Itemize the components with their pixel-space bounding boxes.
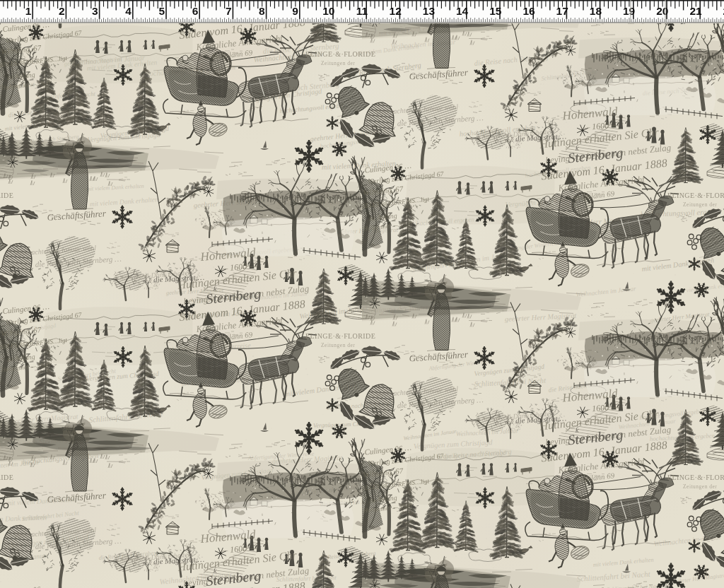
svg-text:3: 3 <box>92 5 98 17</box>
svg-text:12: 12 <box>390 5 402 17</box>
svg-text:17: 17 <box>556 5 568 17</box>
svg-text:1: 1 <box>25 5 32 17</box>
svg-text:18: 18 <box>590 5 602 17</box>
svg-text:14: 14 <box>456 5 469 17</box>
svg-text:8: 8 <box>259 5 265 17</box>
svg-text:19: 19 <box>623 5 636 17</box>
svg-text:21: 21 <box>689 5 702 17</box>
svg-text:13: 13 <box>423 5 436 17</box>
svg-text:16: 16 <box>522 5 535 17</box>
svg-text:5: 5 <box>158 5 165 17</box>
svg-text:10: 10 <box>322 5 334 17</box>
svg-text:6: 6 <box>192 5 199 17</box>
svg-text:9: 9 <box>292 5 298 17</box>
svg-text:4: 4 <box>125 5 132 17</box>
svg-text:2: 2 <box>59 5 65 17</box>
svg-text:15: 15 <box>489 5 502 17</box>
svg-text:11: 11 <box>356 5 368 17</box>
svg-text:20: 20 <box>656 5 668 17</box>
svg-text:7: 7 <box>226 5 232 17</box>
